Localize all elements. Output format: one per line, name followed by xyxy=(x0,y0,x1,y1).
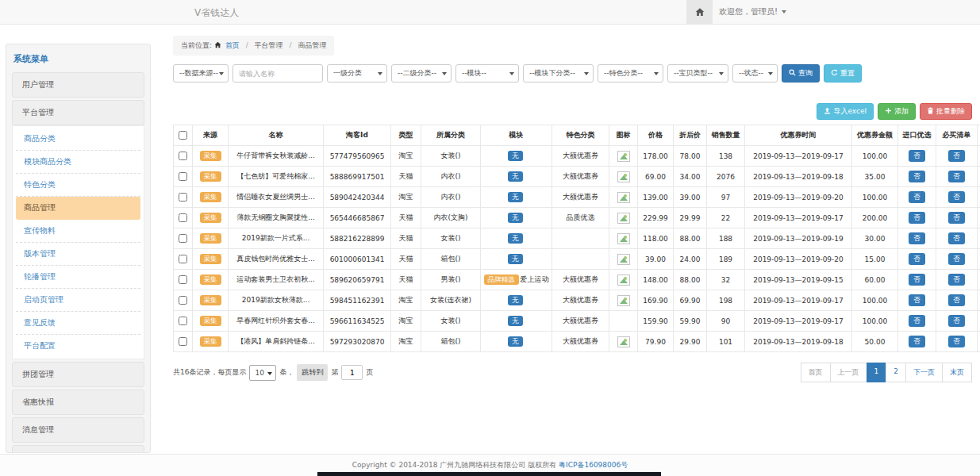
row-checkbox[interactable] xyxy=(179,234,187,243)
row-checkbox[interactable] xyxy=(179,152,187,160)
sidebar-item-feedback[interactable]: 意见反馈 xyxy=(16,312,140,335)
import-select-toggle[interactable]: 否 xyxy=(909,171,925,183)
module-badge: 无 xyxy=(508,254,523,265)
row-checkbox[interactable] xyxy=(179,296,187,305)
import-select-toggle[interactable]: 否 xyxy=(909,150,925,163)
filter-item-type-select[interactable]: --宝贝类型-- xyxy=(667,64,728,83)
row-checkbox[interactable] xyxy=(179,172,187,181)
sidebar-item-promo-materials[interactable]: 宣传物料 xyxy=(16,220,140,243)
sidebar-item-version-management[interactable]: 版本管理 xyxy=(16,243,140,266)
chevron-down-icon xyxy=(782,10,786,13)
row-checkbox[interactable] xyxy=(179,337,187,346)
import-select-toggle[interactable]: 否 xyxy=(909,336,925,348)
table-row: 采集早春网红针织外套女春...596611634525淘宝女装()无大额优惠券1… xyxy=(174,311,980,332)
row-checkbox[interactable] xyxy=(179,213,187,222)
filter-module-select[interactable]: --模块-- xyxy=(455,64,519,83)
source-badge: 采集 xyxy=(200,316,221,327)
per-page-select[interactable]: 10 xyxy=(249,365,276,381)
sidebar-item-user-management[interactable]: 用户管理 xyxy=(12,72,144,98)
reset-button[interactable]: 重置 xyxy=(824,64,862,83)
module-badge: 无 xyxy=(508,295,523,306)
must-buy-toggle[interactable]: 否 xyxy=(948,274,965,286)
import-select-toggle[interactable]: 否 xyxy=(909,274,925,286)
sidebar-item-platform-config[interactable]: 平台配置 xyxy=(16,335,140,357)
pagination-bar: 共16条记录，每页显示 10 条， 跳转到 第 页 首页 上一页 1 2 下一页… xyxy=(173,363,972,382)
filter-module-subcategory-select[interactable]: --模块下分类-- xyxy=(523,64,594,83)
row-checkbox[interactable] xyxy=(179,317,187,325)
product-name: 【港风】单肩斜跨链条... xyxy=(229,332,324,352)
app-brand: V省钱达人 xyxy=(194,6,239,20)
page-2[interactable]: 2 xyxy=(886,363,906,382)
filter-level1-category-select[interactable]: 一级分类 xyxy=(327,64,387,83)
import-select-toggle[interactable]: 否 xyxy=(909,232,925,245)
home-icon xyxy=(695,7,705,17)
sidebar-item-feature-category[interactable]: 特色分类 xyxy=(16,174,140,197)
jump-button[interactable]: 跳转到 xyxy=(297,364,328,381)
import-select-toggle[interactable]: 否 xyxy=(909,253,925,266)
must-buy-toggle[interactable]: 否 xyxy=(948,212,965,225)
sidebar-item-message-management[interactable]: 消息管理 xyxy=(12,417,144,443)
table-row: 采集【港风】单肩斜跨链条...597293020870淘宝箱包()无大额优惠券7… xyxy=(174,332,980,352)
product-name: 真皮钱包时尚优雅女士... xyxy=(229,249,324,270)
product-thumbnail xyxy=(617,171,630,182)
sidebar-item-module-product-category[interactable]: 模块商品分类 xyxy=(16,151,140,174)
source-badge: 采集 xyxy=(200,233,221,244)
pagination-summary: 共16条记录，每页显示 10 条， 跳转到 第 页 xyxy=(173,364,373,381)
import-select-toggle[interactable]: 否 xyxy=(909,212,925,225)
sidebar-title: 系统菜单 xyxy=(12,49,144,72)
filter-feature-category-select[interactable]: --特色分类-- xyxy=(598,64,663,83)
source-badge: 采集 xyxy=(200,171,221,182)
icp-link[interactable]: 粤ICP备16098006号 xyxy=(559,461,628,469)
action-toolbar: 导入excel 添加 批量删除 xyxy=(173,103,972,120)
must-buy-toggle[interactable]: 否 xyxy=(948,191,965,204)
must-buy-toggle[interactable]: 否 xyxy=(948,253,965,266)
sidebar-item-splash-management[interactable]: 启动页管理 xyxy=(16,289,140,312)
select-all-checkbox[interactable] xyxy=(179,131,187,140)
row-checkbox[interactable] xyxy=(179,275,187,284)
home-nav-button[interactable] xyxy=(686,0,713,24)
module-badge: 无 xyxy=(508,316,523,327)
sidebar-item-groupbuy-management[interactable]: 拼团管理 xyxy=(12,362,144,387)
product-name-input[interactable] xyxy=(233,64,323,83)
source-badge: 采集 xyxy=(200,295,221,306)
filter-source-select[interactable]: --数据来源-- xyxy=(173,64,229,83)
filter-level2-category-select[interactable]: --二级分类-- xyxy=(391,64,452,83)
page-jump-input[interactable] xyxy=(341,365,363,380)
page-next[interactable]: 下一页 xyxy=(905,363,943,382)
import-select-toggle[interactable]: 否 xyxy=(909,294,925,307)
bottom-bar xyxy=(317,472,661,476)
must-buy-toggle[interactable]: 否 xyxy=(948,294,965,307)
import-select-toggle[interactable]: 否 xyxy=(909,191,925,204)
must-buy-toggle[interactable]: 否 xyxy=(948,315,965,328)
row-checkbox[interactable] xyxy=(179,255,187,263)
must-buy-toggle[interactable]: 否 xyxy=(948,232,965,245)
page-first[interactable]: 首页 xyxy=(801,363,831,382)
page-last[interactable]: 末页 xyxy=(942,363,972,382)
plus-icon xyxy=(885,107,892,116)
import-excel-button[interactable]: 导入excel xyxy=(817,103,874,120)
search-icon xyxy=(789,69,796,78)
row-checkbox[interactable] xyxy=(179,193,187,202)
sidebar-item-platform-management[interactable]: 平台管理 xyxy=(12,100,144,125)
page-prev[interactable]: 上一页 xyxy=(830,363,867,382)
user-menu[interactable]: 欢迎您，管理员! xyxy=(719,0,786,24)
product-name: 情侣睡衣女夏丝绸男士... xyxy=(229,187,324,208)
source-badge: 采集 xyxy=(200,254,221,265)
sidebar-item-order-management[interactable]: 订单管理 xyxy=(12,445,144,453)
must-buy-toggle[interactable]: 否 xyxy=(948,336,965,348)
import-select-toggle[interactable]: 否 xyxy=(909,315,925,328)
sidebar-item-product-management[interactable]: 商品管理 xyxy=(16,197,140,220)
sidebar-item-carousel-management[interactable]: 轮播管理 xyxy=(16,266,140,289)
sidebar-item-saving-express[interactable]: 省惠快报 xyxy=(12,390,144,415)
batch-delete-button[interactable]: 批量删除 xyxy=(920,103,972,120)
refresh-icon xyxy=(831,69,838,78)
must-buy-toggle[interactable]: 否 xyxy=(948,150,965,163)
must-buy-toggle[interactable]: 否 xyxy=(948,171,965,183)
breadcrumb-home-link[interactable]: 首页 xyxy=(225,41,240,49)
search-button[interactable]: 查询 xyxy=(782,64,820,83)
page-1[interactable]: 1 xyxy=(867,363,887,382)
add-button[interactable]: 添加 xyxy=(878,103,916,120)
filter-status-select[interactable]: --状态-- xyxy=(732,64,778,83)
sidebar-item-product-category[interactable]: 商品分类 xyxy=(16,128,140,151)
filter-bar: --数据来源-- 一级分类 --二级分类-- --模块-- --模块下分类-- … xyxy=(173,64,972,83)
